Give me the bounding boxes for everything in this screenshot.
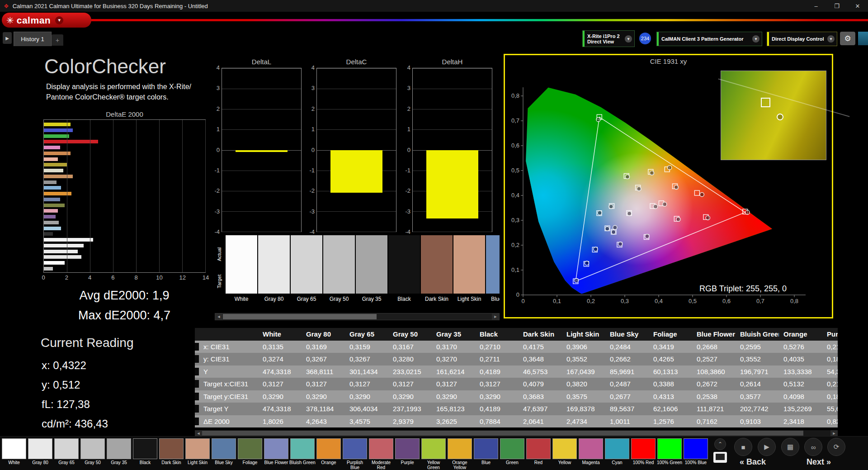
cie-inset-target-marker [761, 98, 770, 107]
loop-button[interactable]: ⟳ [827, 438, 845, 456]
patch-color[interactable] [474, 438, 498, 459]
pattern-window-button[interactable]: ▦ [781, 438, 799, 456]
patch-color[interactable] [290, 438, 315, 459]
patch-button[interactable]: Blue [473, 438, 499, 470]
patch-button[interactable]: Blue Sky [211, 438, 237, 470]
scroll-right-icon[interactable]: ► [492, 313, 499, 320]
patch-color[interactable] [605, 438, 629, 459]
current-reading-values: x: 0,4322 y: 0,512 fL: 127,38 cd/m²: 436… [42, 356, 108, 433]
patch-button[interactable]: Black [132, 438, 158, 470]
patch-button[interactable]: 100% Red [630, 438, 656, 470]
patch-label: Foliage [243, 460, 258, 465]
patch-color[interactable] [264, 438, 288, 459]
patch-button[interactable]: Gray 50 [80, 438, 106, 470]
patch-color[interactable] [28, 438, 52, 459]
patch-color[interactable] [343, 438, 367, 459]
patch-color[interactable] [159, 438, 184, 459]
patch-button[interactable]: Purple [394, 438, 420, 470]
table-cell: 0,3127 [258, 380, 302, 388]
patch-color[interactable] [185, 438, 210, 459]
patch-color[interactable] [552, 438, 577, 459]
patch-button[interactable]: White [1, 438, 27, 470]
sidebar-toggle-icon[interactable]: ▶ [3, 32, 12, 44]
patch-button[interactable]: Bluish Green [289, 438, 316, 470]
patch-button[interactable]: Purplish Blue [342, 438, 368, 470]
patch-color[interactable] [212, 438, 236, 459]
patch-color[interactable] [526, 438, 551, 459]
patch-button[interactable]: Green [499, 438, 525, 470]
patch-color[interactable] [369, 438, 393, 459]
swatch-strip-scrollbar[interactable]: ◄ ► [215, 313, 500, 320]
add-tab-button[interactable]: + [52, 34, 63, 46]
patch-label: Bluish Green [289, 460, 316, 465]
chevron-down-icon[interactable]: ▾ [55, 16, 63, 24]
patch-button[interactable]: Yellow [552, 438, 578, 470]
patch-button[interactable]: Orange [316, 438, 342, 470]
chevron-down-icon[interactable]: ▾ [752, 35, 760, 43]
back-button[interactable]: « Back [740, 457, 766, 467]
patch-color[interactable] [54, 438, 79, 459]
table-cell: 1,2576 [649, 418, 692, 425]
stop-button[interactable]: ■ [734, 438, 752, 456]
patch-color[interactable] [579, 438, 603, 459]
patch-button[interactable]: Magenta [578, 438, 604, 470]
patch-button[interactable]: Light Skin [184, 438, 211, 470]
table-scrollbar[interactable]: ◄ ► [195, 430, 838, 436]
restore-icon[interactable]: ❐ [826, 0, 847, 12]
patch-color[interactable] [657, 438, 682, 459]
play-button[interactable]: ▶ [758, 438, 776, 456]
patch-button[interactable]: Foliage [237, 438, 263, 470]
patch-button[interactable]: Red [525, 438, 552, 470]
patch-button[interactable]: 100% Green [656, 438, 683, 470]
table-cell: 169,8378 [562, 405, 605, 413]
expand-up-icon[interactable]: ⌃ [714, 438, 726, 450]
patch-color[interactable] [238, 438, 262, 459]
patch-color[interactable] [448, 438, 472, 459]
scroll-left-icon[interactable]: ◄ [195, 430, 202, 436]
y-tick-label: -1 [209, 167, 220, 174]
patch-color[interactable] [316, 438, 341, 459]
patch-color[interactable] [395, 438, 420, 459]
close-icon[interactable]: ✕ [847, 0, 868, 12]
chevron-down-icon[interactable]: ▾ [625, 35, 632, 43]
table-cell: 60,1313 [649, 368, 692, 375]
table-cell: 46,5753 [519, 368, 562, 375]
patch-label: Cyan [612, 460, 622, 465]
patch-button[interactable]: Moderate Red [368, 438, 394, 470]
meter-dropdown[interactable]: X-Rite i1Pro 2 Direct View ▾ [582, 30, 635, 47]
scrollbar-thumb[interactable] [202, 431, 803, 436]
patch-color[interactable] [80, 438, 105, 459]
display-control-dropdown[interactable]: Direct Display Control ▾ [767, 32, 837, 46]
scroll-left-icon[interactable]: ◄ [215, 313, 222, 320]
patch-color[interactable] [631, 438, 656, 459]
pattern-generator-dropdown[interactable]: CalMAN Client 3 Pattern Generator ▾ [656, 32, 762, 46]
gear-icon[interactable]: ⚙ [840, 32, 855, 45]
patch-button[interactable]: Gray 35 [106, 438, 132, 470]
patch-color[interactable] [133, 438, 157, 459]
minimize-icon[interactable]: – [806, 0, 826, 12]
patch-color[interactable] [421, 438, 446, 459]
continuous-measure-button[interactable]: ∞ [804, 438, 822, 456]
tab-history-1[interactable]: History 1 [14, 32, 52, 46]
edge-panel-button[interactable] [858, 32, 868, 45]
patch-color[interactable] [684, 438, 708, 459]
patch-button[interactable]: Gray 65 [53, 438, 80, 470]
deltae-bar [44, 198, 60, 201]
patch-button[interactable]: Dark Skin [158, 438, 184, 470]
patch-button[interactable]: Gray 80 [27, 438, 53, 470]
meter-count-badge[interactable]: 234 [639, 33, 651, 44]
patch-color[interactable] [2, 438, 26, 459]
patch-button[interactable]: Orange Yellow [447, 438, 473, 470]
patch-color[interactable] [500, 438, 524, 459]
patch-button[interactable]: Blue Flower [263, 438, 289, 470]
calman-logo[interactable]: ✳ calman ▾ [2, 13, 91, 28]
patch-button[interactable]: Yellow Green [420, 438, 447, 470]
patch-button[interactable]: Cyan [604, 438, 630, 470]
scroll-right-icon[interactable]: ► [830, 430, 838, 436]
next-button[interactable]: Next » [807, 457, 831, 467]
scrollbar-thumb[interactable] [223, 314, 377, 319]
patch-color[interactable] [107, 438, 131, 459]
monitor-icon[interactable] [713, 452, 727, 463]
chevron-down-icon[interactable]: ▾ [827, 35, 835, 43]
patch-button[interactable]: 100% Blue [683, 438, 709, 470]
